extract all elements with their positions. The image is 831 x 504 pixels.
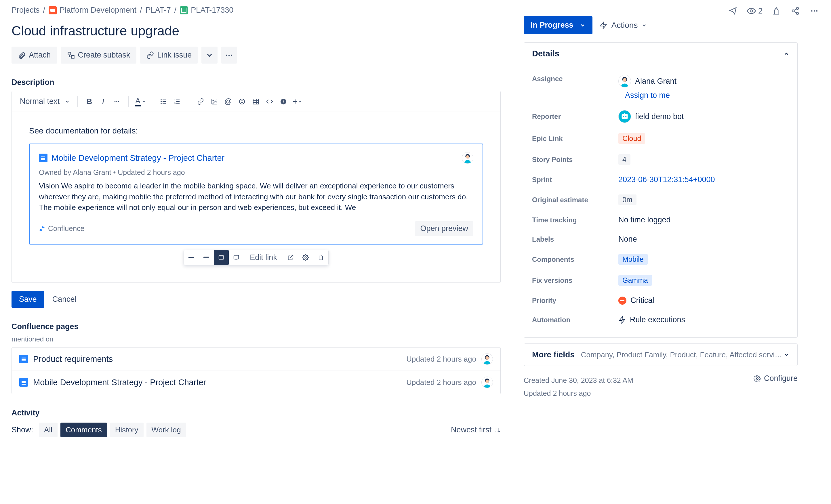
details-panel: Details Assignee Alana Grant Assign to m… xyxy=(524,42,798,338)
vote-icon[interactable] xyxy=(771,6,781,16)
svg-point-14 xyxy=(118,101,119,102)
cancel-button[interactable]: Cancel xyxy=(50,291,79,308)
editor-body[interactable]: See documentation for details: Mobile De… xyxy=(12,112,500,283)
svg-point-11 xyxy=(231,54,232,56)
link-issue-button[interactable]: Link issue xyxy=(140,47,198,64)
table-button[interactable] xyxy=(250,95,262,108)
fix-versions-value[interactable]: Gamma xyxy=(618,275,652,286)
tab-worklog[interactable]: Work log xyxy=(146,423,186,437)
components-value[interactable]: Mobile xyxy=(618,254,648,265)
labels-value[interactable]: None xyxy=(618,235,637,244)
svg-point-64 xyxy=(756,378,758,380)
document-icon xyxy=(19,378,28,387)
link-toolbar: Edit link xyxy=(183,250,328,265)
insert-button[interactable]: + xyxy=(291,95,304,108)
edit-link-button[interactable]: Edit link xyxy=(244,253,283,262)
tab-all[interactable]: All xyxy=(39,423,58,437)
link-settings-button[interactable] xyxy=(298,250,313,265)
create-subtask-label: Create subtask xyxy=(78,51,130,60)
svg-rect-8 xyxy=(71,56,74,58)
emoji-button[interactable] xyxy=(236,95,248,108)
automation-value[interactable]: Rule executions xyxy=(618,315,685,324)
smart-link-card[interactable]: Mobile Development Strategy - Project Ch… xyxy=(29,144,483,244)
confluence-page-item[interactable]: Product requirements Updated 2 hours ago xyxy=(12,348,500,370)
numbered-list-button[interactable]: 123 xyxy=(171,95,183,108)
updated-date: Updated 2 hours ago xyxy=(524,387,633,400)
story-points-value[interactable]: 4 xyxy=(618,154,630,165)
action-bar: Attach Create subtask Link issue xyxy=(11,47,501,64)
open-link-button[interactable] xyxy=(283,250,298,265)
project-icon xyxy=(49,6,57,14)
more-actions-icon[interactable] xyxy=(809,6,820,16)
status-dropdown[interactable]: In Progress xyxy=(524,16,593,34)
sprint-label: Sprint xyxy=(532,176,618,184)
svg-point-30 xyxy=(241,100,241,101)
actions-dropdown[interactable]: Actions xyxy=(599,21,647,30)
priority-value[interactable]: Critical xyxy=(618,296,654,305)
reporter-avatar xyxy=(618,110,631,123)
tab-history[interactable]: History xyxy=(110,423,144,437)
reporter-value[interactable]: field demo bot xyxy=(618,110,684,123)
smart-link-source: Confluence xyxy=(39,225,84,233)
link-button[interactable] xyxy=(194,95,207,108)
breadcrumb-project-label: Platform Development xyxy=(60,6,136,15)
smart-link-meta: Owned by Alana Grant • Updated 2 hours a… xyxy=(39,168,473,177)
confluence-sublabel: mentioned on xyxy=(11,335,501,343)
smart-link-title[interactable]: Mobile Development Strategy - Project Ch… xyxy=(52,153,224,163)
create-subtask-button[interactable]: Create subtask xyxy=(61,47,137,64)
unlink-button[interactable] xyxy=(313,250,328,265)
assign-to-me-link[interactable]: Assign to me xyxy=(625,91,670,100)
link-display-url-button[interactable] xyxy=(184,250,199,265)
info-button[interactable]: i xyxy=(277,95,290,108)
italic-button[interactable]: I xyxy=(97,95,109,108)
text-style-dropdown[interactable]: Normal text xyxy=(18,94,72,109)
feedback-icon[interactable] xyxy=(728,6,738,16)
avatar xyxy=(481,353,493,365)
link-display-inline-button[interactable] xyxy=(199,250,214,265)
bullet-list-button[interactable] xyxy=(157,95,170,108)
open-preview-button[interactable]: Open preview xyxy=(415,221,473,236)
assignee-value[interactable]: Alana Grant xyxy=(618,75,677,87)
svg-point-54 xyxy=(485,380,489,383)
details-header[interactable]: Details xyxy=(524,42,797,65)
code-button[interactable] xyxy=(263,95,276,108)
mention-button[interactable]: @ xyxy=(222,95,234,108)
description-editor: Normal text B I A 123 @ i + See document… xyxy=(11,91,501,283)
avatar xyxy=(481,377,493,388)
sprint-value[interactable]: 2023-06-30T12:31:54+0000 xyxy=(618,175,715,184)
confluence-page-updated: Updated 2 hours ago xyxy=(406,378,476,387)
more-button[interactable] xyxy=(221,47,237,64)
configure-button[interactable]: Configure xyxy=(753,374,798,383)
orig-est-value[interactable]: 0m xyxy=(618,195,636,205)
watchers-button[interactable]: 2 xyxy=(747,6,763,16)
issue-title[interactable]: Cloud infrastructure upgrade xyxy=(11,23,501,38)
time-tracking-value[interactable]: No time logged xyxy=(618,215,671,225)
link-display-card-button[interactable] xyxy=(214,250,229,265)
sort-button[interactable]: Newest first xyxy=(451,425,501,434)
share-icon[interactable] xyxy=(790,6,801,16)
bold-button[interactable]: B xyxy=(83,95,95,108)
editor-toolbar: Normal text B I A 123 @ i + xyxy=(12,91,500,112)
more-fields-panel[interactable]: More fields Company, Product Family, Pro… xyxy=(524,344,798,366)
svg-marker-63 xyxy=(619,317,625,323)
link-issue-dropdown[interactable] xyxy=(201,47,218,64)
link-display-embed-button[interactable] xyxy=(229,250,244,265)
save-button[interactable]: Save xyxy=(11,291,44,308)
confluence-page-item[interactable]: Mobile Development Strategy - Project Ch… xyxy=(12,370,500,394)
text-color-button[interactable]: A xyxy=(134,95,146,108)
breadcrumb-issue[interactable]: PLAT-17330 xyxy=(180,6,233,15)
tab-comments[interactable]: Comments xyxy=(60,423,107,437)
epic-link-value[interactable]: Cloud xyxy=(618,133,645,144)
attach-button[interactable]: Attach xyxy=(11,47,57,64)
story-points-lozenge: 4 xyxy=(618,154,630,165)
breadcrumb-projects[interactable]: Projects xyxy=(11,6,40,15)
breadcrumb-separator: / xyxy=(140,6,142,15)
svg-point-58 xyxy=(623,78,627,82)
image-button[interactable] xyxy=(208,95,221,108)
smart-link-snippet: Vision We aspire to become a leader in t… xyxy=(39,181,473,213)
svg-text:i: i xyxy=(283,99,284,104)
breadcrumb-epic[interactable]: PLAT-7 xyxy=(146,6,171,15)
breadcrumb-project[interactable]: Platform Development xyxy=(49,6,136,15)
more-formatting-button[interactable] xyxy=(111,95,123,108)
svg-text:3: 3 xyxy=(174,102,175,104)
